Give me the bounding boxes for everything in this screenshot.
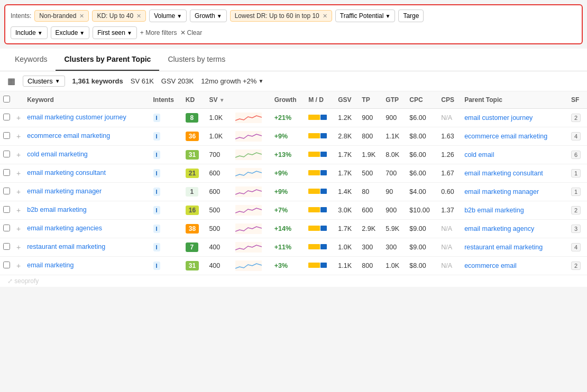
row-cpc-6: $9.00 bbox=[406, 220, 438, 238]
row-intent-7: I bbox=[150, 238, 182, 257]
row-parent-topic-2: cold email bbox=[461, 146, 568, 164]
header-sv[interactable]: SV ▼ bbox=[206, 91, 232, 109]
row-checkbox-cell bbox=[0, 257, 13, 275]
row-kd-4: 1 bbox=[182, 183, 206, 201]
row-plus-6[interactable]: + bbox=[13, 220, 24, 238]
parent-topic-link-4[interactable]: email marketing manager bbox=[464, 188, 539, 195]
svg-rect-0 bbox=[235, 113, 262, 123]
keyword-link-2[interactable]: cold email marketing bbox=[27, 151, 88, 158]
first-seen-btn[interactable]: First seen ▼ bbox=[93, 26, 137, 39]
row-growth-7: +11% bbox=[271, 238, 305, 257]
intents-filter-tag[interactable]: Non-branded ✕ bbox=[34, 10, 89, 22]
row-cps-5: 1.37 bbox=[438, 201, 461, 220]
row-checkbox-5[interactable] bbox=[3, 206, 10, 213]
row-checkbox-6[interactable] bbox=[3, 225, 10, 231]
row-keyword-3: email marketing consultant bbox=[24, 164, 150, 183]
keyword-link-7[interactable]: restaurant email marketing bbox=[27, 243, 105, 250]
clear-btn[interactable]: ✕ Clear bbox=[180, 29, 203, 36]
row-gsv-1: 2.8K bbox=[335, 127, 359, 146]
row-checkbox-1[interactable] bbox=[3, 132, 10, 139]
row-growth-5: +7% bbox=[271, 201, 305, 220]
parent-topic-link-7[interactable]: restaurant email marketing bbox=[464, 244, 543, 251]
parent-topic-link-5[interactable]: b2b email marketing bbox=[464, 207, 524, 214]
keyword-link-8[interactable]: email marketing bbox=[27, 262, 74, 269]
row-gtp-2: 8.0K bbox=[382, 146, 406, 164]
select-all-checkbox[interactable] bbox=[3, 96, 10, 102]
row-plus-2[interactable]: + bbox=[13, 146, 24, 164]
more-filters-btn[interactable]: + More filters bbox=[140, 29, 177, 36]
row-plus-1[interactable]: + bbox=[13, 127, 24, 146]
row-checkbox-0[interactable] bbox=[3, 114, 10, 120]
row-tp-0: 900 bbox=[359, 109, 382, 127]
row-sparkline-7 bbox=[232, 238, 271, 257]
growth-link[interactable]: 12mo growth +2% ▼ bbox=[201, 77, 263, 85]
dr-filter-tag[interactable]: Lowest DR: Up to 60 in top 10 ✕ bbox=[230, 10, 332, 22]
row-cps-1: 1.63 bbox=[438, 127, 461, 146]
row-cpc-2: $6.00 bbox=[406, 146, 438, 164]
exclude-btn[interactable]: Exclude ▼ bbox=[51, 26, 90, 39]
tab-keywords[interactable]: Keywords bbox=[6, 49, 56, 71]
row-checkbox-cell bbox=[0, 220, 13, 238]
keyword-link-1[interactable]: ecommerce email marketing bbox=[27, 132, 110, 139]
row-sf-5: 2 bbox=[568, 201, 587, 220]
keyword-link-6[interactable]: email marketing agencies bbox=[27, 225, 102, 232]
header-sf: SF bbox=[568, 91, 587, 109]
row-tp-8: 800 bbox=[359, 257, 382, 275]
header-plus bbox=[13, 91, 24, 109]
dr-close-icon[interactable]: ✕ bbox=[323, 13, 327, 20]
row-cpc-8: $8.00 bbox=[406, 257, 438, 275]
row-checkbox-7[interactable] bbox=[3, 243, 10, 250]
table-row: + email marketing customer journey I 8 1… bbox=[0, 109, 587, 127]
sv-value: SV 61K bbox=[131, 77, 154, 85]
row-checkbox-4[interactable] bbox=[3, 188, 10, 194]
row-cpc-0: $6.00 bbox=[406, 109, 438, 127]
row-plus-4[interactable]: + bbox=[13, 183, 24, 201]
svg-rect-7 bbox=[235, 242, 262, 253]
target-filter-btn[interactable]: Targe bbox=[398, 10, 424, 22]
tab-clusters-terms[interactable]: Clusters by terms bbox=[159, 49, 234, 71]
svg-rect-4 bbox=[235, 186, 262, 197]
volume-filter-btn[interactable]: Volume ▼ bbox=[149, 10, 187, 22]
row-gsv-0: 1.2K bbox=[335, 109, 359, 127]
row-gsv-7: 1.0K bbox=[335, 238, 359, 257]
row-plus-5[interactable]: + bbox=[13, 201, 24, 220]
row-checkbox-cell bbox=[0, 238, 13, 257]
parent-topic-link-3[interactable]: email marketing consultant bbox=[464, 170, 543, 177]
svg-rect-3 bbox=[235, 168, 262, 179]
kd-filter-tag[interactable]: KD: Up to 40 ✕ bbox=[92, 10, 146, 22]
parent-topic-link-0[interactable]: email customer journey bbox=[464, 114, 533, 122]
row-sparkline-1 bbox=[232, 127, 271, 146]
row-checkbox-8[interactable] bbox=[3, 262, 10, 268]
row-plus-3[interactable]: + bbox=[13, 164, 24, 183]
intents-close-icon[interactable]: ✕ bbox=[79, 13, 84, 20]
parent-topic-link-8[interactable]: ecommerce email bbox=[464, 262, 517, 269]
clusters-dropdown-btn[interactable]: Clusters ▼ bbox=[23, 76, 65, 87]
row-gsv-3: 1.7K bbox=[335, 164, 359, 183]
row-checkbox-2[interactable] bbox=[3, 151, 10, 157]
parent-topic-link-2[interactable]: cold email bbox=[464, 151, 494, 158]
row-plus-7[interactable]: + bbox=[13, 238, 24, 257]
keyword-link-4[interactable]: email marketing manager bbox=[27, 188, 102, 195]
kd-close-icon[interactable]: ✕ bbox=[136, 13, 141, 20]
keyword-link-5[interactable]: b2b email marketing bbox=[27, 206, 87, 213]
exclude-caret-icon: ▼ bbox=[79, 30, 85, 36]
row-checkbox-cell bbox=[0, 127, 13, 146]
include-btn[interactable]: Include ▼ bbox=[11, 26, 48, 39]
filter-bar: Intents: Non-branded ✕ KD: Up to 40 ✕ Vo… bbox=[4, 4, 583, 44]
seoprofy-watermark: ⤢ seoprofy bbox=[0, 275, 587, 287]
keyword-link-0[interactable]: email marketing customer journey bbox=[27, 114, 126, 121]
row-keyword-7: restaurant email marketing bbox=[24, 238, 150, 257]
svg-rect-1 bbox=[235, 131, 262, 142]
tab-clusters-parent[interactable]: Clusters by Parent Topic bbox=[56, 49, 159, 71]
parent-topic-link-6[interactable]: email marketing agency bbox=[464, 225, 534, 232]
row-intent-4: I bbox=[150, 183, 182, 201]
parent-topic-link-1[interactable]: ecommerce email marketing bbox=[464, 133, 547, 140]
row-checkbox-cell bbox=[0, 109, 13, 127]
row-plus-0[interactable]: + bbox=[13, 109, 24, 127]
row-sv-3: 600 bbox=[206, 164, 232, 183]
row-checkbox-3[interactable] bbox=[3, 169, 10, 176]
growth-filter-btn[interactable]: Growth ▼ bbox=[190, 10, 227, 22]
traffic-filter-btn[interactable]: Traffic Potential ▼ bbox=[335, 10, 396, 22]
keyword-link-3[interactable]: email marketing consultant bbox=[27, 169, 106, 176]
row-plus-8[interactable]: + bbox=[13, 257, 24, 275]
